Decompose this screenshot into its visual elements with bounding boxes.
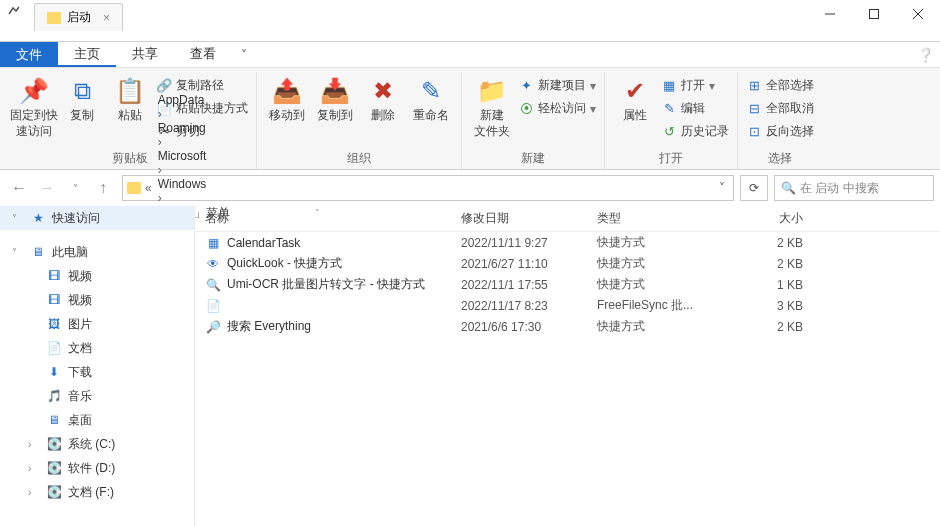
main-area: ˅ ★ 快速访问 ˅ 🖥 此电脑 🎞视频🎞视频🖼图片📄文档⬇下载🎵音乐🖥桌面›💽… bbox=[0, 206, 940, 526]
rename-button[interactable]: ✎重命名 bbox=[407, 72, 455, 124]
invert-selection-button[interactable]: ⊡反向选择 bbox=[744, 122, 816, 141]
chevron-right-icon[interactable]: › bbox=[156, 191, 164, 205]
delete-icon: ✖ bbox=[368, 76, 398, 106]
file-row[interactable]: 🔍Umi-OCR 批量图片转文字 - 快捷方式2022/11/1 17:55快捷… bbox=[195, 274, 940, 295]
breadcrumb-item[interactable]: AppData bbox=[156, 93, 232, 107]
maximize-button[interactable] bbox=[852, 0, 896, 28]
properties-icon: ✔ bbox=[620, 76, 650, 106]
address-dropdown-icon[interactable]: ˅ bbox=[715, 181, 729, 195]
edit-button[interactable]: ✎编辑 bbox=[659, 99, 731, 118]
column-date[interactable]: 修改日期 bbox=[451, 210, 587, 227]
sidebar-item[interactable]: ›💽文档 (F:) bbox=[0, 480, 194, 504]
collapse-icon[interactable]: ˅ bbox=[12, 247, 17, 258]
copy-label: 复制 bbox=[70, 108, 94, 124]
sidebar-quick-access[interactable]: ˅ ★ 快速访问 bbox=[0, 206, 194, 230]
properties-button[interactable]: ✔属性 bbox=[611, 72, 659, 124]
ribbon-group-label: 选择 bbox=[744, 150, 816, 169]
pin-icon: 📌 bbox=[19, 76, 49, 106]
nav-recent-button[interactable]: ˅ bbox=[62, 175, 88, 201]
sidebar-item-label: 文档 (F:) bbox=[68, 484, 114, 501]
copy-path-icon: 🔗 bbox=[156, 78, 172, 94]
drive-icon: 💽 bbox=[46, 460, 62, 476]
new-folder-button[interactable]: 📁新建 文件夹 bbox=[468, 72, 516, 139]
close-tab-icon[interactable]: × bbox=[103, 11, 110, 25]
quick-access-toolbar bbox=[0, 0, 34, 28]
move-to-button[interactable]: 📤移动到 bbox=[263, 72, 311, 124]
video-icon: 🎞 bbox=[46, 268, 62, 284]
nav-up-button[interactable]: ↑ bbox=[90, 175, 116, 201]
history-icon: ↺ bbox=[661, 124, 677, 140]
select-all-button[interactable]: ⊞全部选择 bbox=[744, 76, 816, 95]
open-button[interactable]: ▦打开▾ bbox=[659, 76, 731, 95]
chevron-right-icon[interactable]: › bbox=[156, 107, 164, 121]
chevron-right-icon[interactable]: › bbox=[156, 135, 164, 149]
minimize-button[interactable] bbox=[808, 0, 852, 28]
file-date: 2022/11/11 9:27 bbox=[451, 236, 587, 250]
ribbon: 📌 固定到快 速访问 ⧉ 复制 📋 粘贴 🔗复制路径 📄粘贴快捷方式 ✂剪切 剪… bbox=[0, 68, 940, 170]
delete-button[interactable]: ✖删除 bbox=[359, 72, 407, 124]
nav-back-button[interactable]: ← bbox=[6, 175, 32, 201]
file-row[interactable]: 👁QuickLook - 快捷方式2021/6/27 11:10快捷方式2 KB bbox=[195, 253, 940, 274]
breadcrumb-item[interactable]: Windows bbox=[156, 177, 232, 191]
file-date: 2022/11/17 8:23 bbox=[451, 299, 587, 313]
sidebar-item[interactable]: ›💽系统 (C:) bbox=[0, 432, 194, 456]
sidebar-item[interactable]: 🖼图片 bbox=[0, 312, 194, 336]
sidebar-item[interactable]: 🎞视频 bbox=[0, 288, 194, 312]
chevron-right-icon[interactable]: « bbox=[143, 181, 154, 195]
expand-icon[interactable]: › bbox=[28, 463, 31, 474]
sidebar-item[interactable]: 🖥桌面 bbox=[0, 408, 194, 432]
window-tab[interactable]: 启动 × bbox=[34, 3, 123, 31]
easy-access-button[interactable]: ⦿轻松访问▾ bbox=[516, 99, 598, 118]
sidebar-this-pc[interactable]: ˅ 🖥 此电脑 bbox=[0, 240, 194, 264]
help-icon[interactable]: ❔ bbox=[910, 42, 940, 67]
pc-icon: 🖥 bbox=[30, 244, 46, 260]
nav-forward-button[interactable]: → bbox=[34, 175, 60, 201]
select-all-icon: ⊞ bbox=[746, 78, 762, 94]
file-row[interactable]: 🔎搜索 Everything2021/6/6 17:30快捷方式2 KB bbox=[195, 316, 940, 337]
refresh-button[interactable]: ⟳ bbox=[740, 175, 768, 201]
pin-to-quick-access-button[interactable]: 📌 固定到快 速访问 bbox=[10, 72, 58, 139]
history-button[interactable]: ↺历史记录 bbox=[659, 122, 731, 141]
ribbon-collapse-icon[interactable]: ˅ bbox=[232, 42, 256, 67]
collapse-icon[interactable]: ˅ bbox=[12, 213, 17, 224]
expand-icon[interactable]: › bbox=[28, 439, 31, 450]
ribbon-group-open: ✔属性 ▦打开▾ ✎编辑 ↺历史记录 打开 bbox=[605, 72, 738, 169]
column-size[interactable]: 大小 bbox=[713, 210, 803, 227]
breadcrumb-bar[interactable]: « AppData›Roaming›Microsoft›Windows›「开始」… bbox=[122, 175, 734, 201]
close-button[interactable] bbox=[896, 0, 940, 28]
sidebar-item[interactable]: ⬇下载 bbox=[0, 360, 194, 384]
share-tab[interactable]: 共享 bbox=[116, 42, 174, 67]
properties-qat-icon[interactable] bbox=[6, 5, 24, 23]
copy-to-button[interactable]: 📥复制到 bbox=[311, 72, 359, 124]
file-row[interactable]: ▦CalendarTask2022/11/11 9:27快捷方式2 KB bbox=[195, 232, 940, 253]
file-row[interactable]: 📄2022/11/17 8:23FreeFileSync 批...3 KB bbox=[195, 295, 940, 316]
sidebar-item[interactable]: 📄文档 bbox=[0, 336, 194, 360]
copy-icon: ⧉ bbox=[67, 76, 97, 106]
column-headers: 名称˄ 修改日期 类型 大小 bbox=[195, 206, 940, 232]
select-none-icon: ⊟ bbox=[746, 101, 762, 117]
select-none-button[interactable]: ⊟全部取消 bbox=[744, 99, 816, 118]
file-name: 搜索 Everything bbox=[227, 318, 311, 335]
column-name[interactable]: 名称˄ bbox=[195, 210, 451, 227]
breadcrumb-item[interactable]: Roaming bbox=[156, 121, 232, 135]
expand-icon[interactable]: › bbox=[28, 487, 31, 498]
sidebar-item[interactable]: 🎵音乐 bbox=[0, 384, 194, 408]
file-type: 快捷方式 bbox=[587, 276, 713, 293]
sidebar-item[interactable]: ›💽软件 (D:) bbox=[0, 456, 194, 480]
home-tab[interactable]: 主页 bbox=[58, 42, 116, 67]
paste-button[interactable]: 📋 粘贴 bbox=[106, 72, 154, 124]
copy-button[interactable]: ⧉ 复制 bbox=[58, 72, 106, 124]
column-type[interactable]: 类型 bbox=[587, 210, 713, 227]
breadcrumb-item[interactable]: Microsoft bbox=[156, 149, 232, 163]
chevron-right-icon[interactable]: › bbox=[156, 163, 164, 177]
file-tab[interactable]: 文件 bbox=[0, 42, 58, 67]
sidebar-item[interactable]: 🎞视频 bbox=[0, 264, 194, 288]
search-input[interactable]: 🔍 在 启动 中搜索 bbox=[774, 175, 934, 201]
view-tab[interactable]: 查看 bbox=[174, 42, 232, 67]
search-placeholder: 在 启动 中搜索 bbox=[800, 180, 879, 197]
new-item-button[interactable]: ✦新建项目▾ bbox=[516, 76, 598, 95]
file-name: QuickLook - 快捷方式 bbox=[227, 255, 342, 272]
sidebar-item-label: 图片 bbox=[68, 316, 92, 333]
pictures-icon: 🖼 bbox=[46, 316, 62, 332]
folder-icon bbox=[47, 12, 61, 24]
